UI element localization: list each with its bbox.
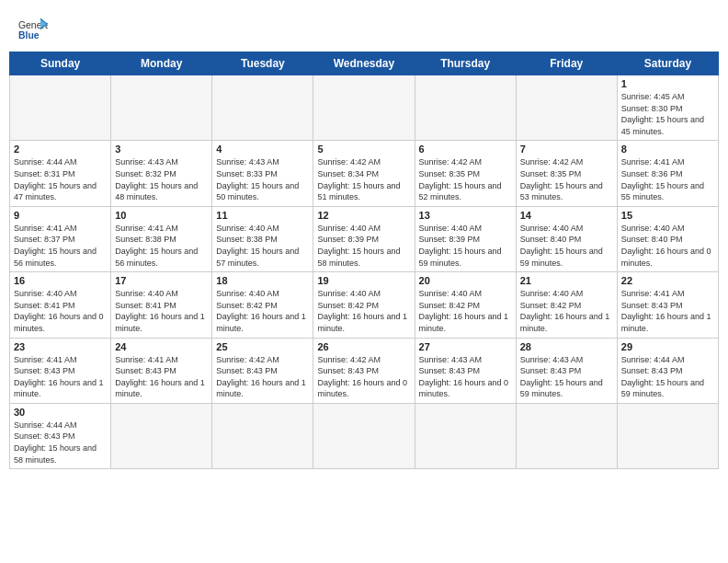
col-header-sunday: Sunday xyxy=(10,52,111,75)
day-number: 19 xyxy=(317,275,410,286)
calendar-day-cell: 3Sunrise: 4:43 AM Sunset: 8:32 PM Daylig… xyxy=(111,141,212,206)
day-number: 14 xyxy=(520,210,613,221)
calendar-day-cell: 19Sunrise: 4:40 AM Sunset: 8:42 PM Dayli… xyxy=(313,272,415,338)
day-sun-info: Sunrise: 4:40 AM Sunset: 8:40 PM Dayligh… xyxy=(520,223,613,269)
day-sun-info: Sunrise: 4:44 AM Sunset: 8:31 PM Dayligh… xyxy=(14,156,107,202)
calendar-day-cell: 18Sunrise: 4:40 AM Sunset: 8:42 PM Dayli… xyxy=(212,272,313,338)
day-number: 4 xyxy=(216,144,309,155)
day-sun-info: Sunrise: 4:40 AM Sunset: 8:41 PM Dayligh… xyxy=(115,288,208,334)
day-sun-info: Sunrise: 4:42 AM Sunset: 8:43 PM Dayligh… xyxy=(216,354,309,400)
calendar-day-cell: 2Sunrise: 4:44 AM Sunset: 8:31 PM Daylig… xyxy=(10,141,111,206)
day-number: 11 xyxy=(216,210,309,221)
day-sun-info: Sunrise: 4:44 AM Sunset: 8:43 PM Dayligh… xyxy=(621,354,714,400)
day-number: 5 xyxy=(317,144,410,155)
day-sun-info: Sunrise: 4:40 AM Sunset: 8:39 PM Dayligh… xyxy=(317,223,410,269)
calendar-day-cell xyxy=(516,403,617,468)
day-sun-info: Sunrise: 4:43 AM Sunset: 8:32 PM Dayligh… xyxy=(115,156,208,202)
col-header-saturday: Saturday xyxy=(617,52,718,75)
day-number: 21 xyxy=(520,275,613,286)
day-number: 2 xyxy=(14,144,107,155)
calendar-day-cell: 9Sunrise: 4:41 AM Sunset: 8:37 PM Daylig… xyxy=(10,206,111,271)
calendar-day-cell: 7Sunrise: 4:42 AM Sunset: 8:35 PM Daylig… xyxy=(516,141,617,206)
calendar-day-cell: 5Sunrise: 4:42 AM Sunset: 8:34 PM Daylig… xyxy=(313,141,415,206)
day-sun-info: Sunrise: 4:41 AM Sunset: 8:43 PM Dayligh… xyxy=(621,288,714,334)
calendar-day-cell xyxy=(313,403,415,468)
day-sun-info: Sunrise: 4:40 AM Sunset: 8:42 PM Dayligh… xyxy=(419,288,512,334)
day-sun-info: Sunrise: 4:40 AM Sunset: 8:42 PM Dayligh… xyxy=(216,288,309,334)
svg-text:Blue: Blue xyxy=(18,30,40,40)
calendar-day-cell: 30Sunrise: 4:44 AM Sunset: 8:43 PM Dayli… xyxy=(10,403,111,468)
col-header-monday: Monday xyxy=(111,52,212,75)
day-number: 3 xyxy=(115,144,208,155)
day-number: 15 xyxy=(621,210,714,221)
day-sun-info: Sunrise: 4:41 AM Sunset: 8:43 PM Dayligh… xyxy=(115,354,208,400)
day-sun-info: Sunrise: 4:42 AM Sunset: 8:35 PM Dayligh… xyxy=(419,156,512,202)
calendar-day-cell: 26Sunrise: 4:42 AM Sunset: 8:43 PM Dayli… xyxy=(313,338,415,403)
calendar-header-row: SundayMondayTuesdayWednesdayThursdayFrid… xyxy=(10,52,719,75)
day-sun-info: Sunrise: 4:41 AM Sunset: 8:38 PM Dayligh… xyxy=(115,223,208,269)
calendar-day-cell: 16Sunrise: 4:40 AM Sunset: 8:41 PM Dayli… xyxy=(10,272,111,338)
day-number: 29 xyxy=(621,341,714,352)
col-header-friday: Friday xyxy=(516,52,617,75)
calendar-day-cell xyxy=(111,403,212,468)
col-header-wednesday: Wednesday xyxy=(313,52,415,75)
col-header-thursday: Thursday xyxy=(415,52,516,75)
day-sun-info: Sunrise: 4:43 AM Sunset: 8:43 PM Dayligh… xyxy=(520,354,613,400)
day-sun-info: Sunrise: 4:43 AM Sunset: 8:33 PM Dayligh… xyxy=(216,156,309,202)
calendar-day-cell xyxy=(617,403,718,468)
day-number: 24 xyxy=(115,341,208,352)
calendar-day-cell: 27Sunrise: 4:43 AM Sunset: 8:43 PM Dayli… xyxy=(415,338,516,403)
calendar-week-row: 9Sunrise: 4:41 AM Sunset: 8:37 PM Daylig… xyxy=(10,206,719,271)
day-sun-info: Sunrise: 4:41 AM Sunset: 8:43 PM Dayligh… xyxy=(14,354,107,400)
day-number: 22 xyxy=(621,275,714,286)
day-number: 13 xyxy=(419,210,512,221)
calendar-day-cell: 20Sunrise: 4:40 AM Sunset: 8:42 PM Dayli… xyxy=(415,272,516,338)
day-sun-info: Sunrise: 4:42 AM Sunset: 8:43 PM Dayligh… xyxy=(317,354,410,400)
calendar-week-row: 2Sunrise: 4:44 AM Sunset: 8:31 PM Daylig… xyxy=(10,141,719,206)
calendar-day-cell xyxy=(212,403,313,468)
calendar-day-cell xyxy=(313,75,415,141)
day-sun-info: Sunrise: 4:44 AM Sunset: 8:43 PM Dayligh… xyxy=(14,419,107,465)
day-number: 17 xyxy=(115,275,208,286)
day-sun-info: Sunrise: 4:43 AM Sunset: 8:43 PM Dayligh… xyxy=(419,354,512,400)
calendar-day-cell xyxy=(415,403,516,468)
day-sun-info: Sunrise: 4:41 AM Sunset: 8:36 PM Dayligh… xyxy=(621,156,714,202)
calendar-day-cell: 1Sunrise: 4:45 AM Sunset: 8:30 PM Daylig… xyxy=(617,75,718,141)
day-sun-info: Sunrise: 4:40 AM Sunset: 8:42 PM Dayligh… xyxy=(317,288,410,334)
calendar-day-cell: 11Sunrise: 4:40 AM Sunset: 8:38 PM Dayli… xyxy=(212,206,313,271)
calendar-table: SundayMondayTuesdayWednesdayThursdayFrid… xyxy=(9,52,719,469)
calendar-day-cell: 21Sunrise: 4:40 AM Sunset: 8:42 PM Dayli… xyxy=(516,272,617,338)
day-sun-info: Sunrise: 4:40 AM Sunset: 8:39 PM Dayligh… xyxy=(419,223,512,269)
calendar-week-row: 16Sunrise: 4:40 AM Sunset: 8:41 PM Dayli… xyxy=(10,272,719,338)
day-sun-info: Sunrise: 4:40 AM Sunset: 8:41 PM Dayligh… xyxy=(14,288,107,334)
day-number: 23 xyxy=(14,341,107,352)
calendar-day-cell: 6Sunrise: 4:42 AM Sunset: 8:35 PM Daylig… xyxy=(415,141,516,206)
calendar-day-cell xyxy=(212,75,313,141)
calendar-day-cell: 14Sunrise: 4:40 AM Sunset: 8:40 PM Dayli… xyxy=(516,206,617,271)
calendar-day-cell: 25Sunrise: 4:42 AM Sunset: 8:43 PM Dayli… xyxy=(212,338,313,403)
logo: General Blue xyxy=(18,17,48,42)
calendar-day-cell: 12Sunrise: 4:40 AM Sunset: 8:39 PM Dayli… xyxy=(313,206,415,271)
day-sun-info: Sunrise: 4:41 AM Sunset: 8:37 PM Dayligh… xyxy=(14,223,107,269)
page-header: General Blue xyxy=(9,9,719,46)
day-sun-info: Sunrise: 4:42 AM Sunset: 8:35 PM Dayligh… xyxy=(520,156,613,202)
day-number: 8 xyxy=(621,144,714,155)
day-number: 7 xyxy=(520,144,613,155)
day-number: 30 xyxy=(14,407,107,418)
calendar-day-cell: 13Sunrise: 4:40 AM Sunset: 8:39 PM Dayli… xyxy=(415,206,516,271)
calendar-day-cell xyxy=(10,75,111,141)
calendar-week-row: 30Sunrise: 4:44 AM Sunset: 8:43 PM Dayli… xyxy=(10,403,719,468)
calendar-day-cell: 28Sunrise: 4:43 AM Sunset: 8:43 PM Dayli… xyxy=(516,338,617,403)
day-sun-info: Sunrise: 4:45 AM Sunset: 8:30 PM Dayligh… xyxy=(621,91,714,137)
calendar-day-cell: 29Sunrise: 4:44 AM Sunset: 8:43 PM Dayli… xyxy=(617,338,718,403)
day-sun-info: Sunrise: 4:40 AM Sunset: 8:38 PM Dayligh… xyxy=(216,223,309,269)
day-number: 20 xyxy=(419,275,512,286)
calendar-day-cell xyxy=(516,75,617,141)
day-number: 16 xyxy=(14,275,107,286)
calendar-day-cell: 10Sunrise: 4:41 AM Sunset: 8:38 PM Dayli… xyxy=(111,206,212,271)
day-number: 10 xyxy=(115,210,208,221)
calendar-day-cell: 17Sunrise: 4:40 AM Sunset: 8:41 PM Dayli… xyxy=(111,272,212,338)
day-number: 28 xyxy=(520,341,613,352)
day-sun-info: Sunrise: 4:42 AM Sunset: 8:34 PM Dayligh… xyxy=(317,156,410,202)
calendar-day-cell: 23Sunrise: 4:41 AM Sunset: 8:43 PM Dayli… xyxy=(10,338,111,403)
